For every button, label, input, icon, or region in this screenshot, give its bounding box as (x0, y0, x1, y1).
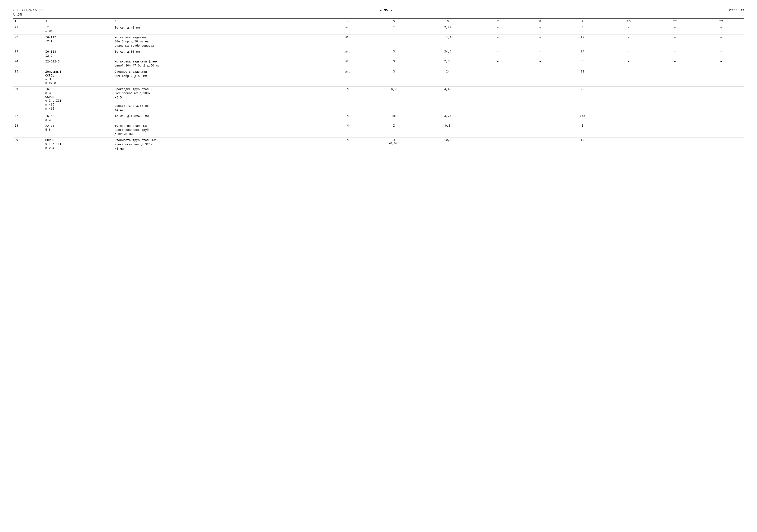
cell-row7-col6: 3,73 (421, 113, 475, 123)
table-row: 23.I6-II8 I2-2То же, д.80 ммшт.324,8––74… (13, 49, 744, 59)
cell-row6-col11: – (652, 86, 698, 113)
cell-row5-col5: 3 (367, 69, 421, 86)
cell-row2-col3: Установка задвижек 30ч 6 бр д.50 мм на с… (113, 35, 328, 49)
cell-row6-col2: I6-58 8-3 ССРСЦ ч.I р.III п.415 п.418 (44, 86, 113, 113)
cell-row5-col4: шт. (328, 69, 367, 86)
cell-row3-col8: – (521, 49, 560, 59)
cell-row3-col5: 3 (367, 49, 421, 59)
cell-row4-col11: – (652, 59, 698, 69)
cell-row4-col7: – (475, 59, 521, 69)
cell-row1-col4: шт. (328, 25, 367, 35)
cell-row4-col2: I2-802-3 (44, 59, 113, 69)
cell-row7-col5: 45 (367, 113, 421, 123)
main-table: I 2 3 4 5 6 7 8 9 IO II I2 21.–"– п.ИЗТо… (13, 18, 744, 152)
cell-row3-col6: 24,8 (421, 49, 475, 59)
cell-row8-col12: – (698, 123, 744, 137)
cell-row8-col6: 0,8 (421, 123, 475, 137)
cell-row6-col12: – (698, 86, 744, 113)
cell-row6-col10: – (606, 86, 652, 113)
cell-row8-col10: – (606, 123, 652, 137)
cell-row4-col5: 3 (367, 59, 421, 69)
header-left: т.п. 291-3-47с.88 Ал.УП (13, 9, 43, 17)
table-row: 29.ССРСЦ ч.I р.III п.204Стоимость труб с… (13, 137, 744, 152)
doc-ref-line1: т.п. 291-3-47с.88 (13, 9, 43, 13)
col-header-1: I (13, 18, 44, 25)
doc-ref-line2: Ал.УП (13, 13, 43, 17)
cell-row6-col7: – (475, 86, 521, 113)
cell-row4-col4: шт. (328, 59, 367, 69)
cell-row8-col11: – (652, 123, 698, 137)
col-header-9: 9 (560, 18, 606, 25)
cell-row5-col8: – (521, 69, 560, 86)
col-header-3: 3 (113, 18, 328, 25)
cell-row9-col8: – (521, 137, 560, 152)
cell-row7-col7: – (475, 113, 521, 123)
cell-row1-col5: I (367, 25, 421, 35)
cell-row9-col7: – (475, 137, 521, 152)
cell-row8-col9: I (560, 123, 606, 137)
col-header-10: IO (606, 18, 652, 25)
cell-row3-col2: I6-II8 I2-2 (44, 49, 113, 59)
cell-row5-col2: Доп.вып.I ССРСЦ ч.Ш п.2250 (44, 69, 113, 86)
cell-row4-col6: 2,08 (421, 59, 475, 69)
cell-row5-col7: – (475, 69, 521, 86)
cell-row8-col8: – (521, 123, 560, 137)
cell-row2-col6: I7,4 (421, 35, 475, 49)
cell-row7-col10: – (606, 113, 652, 123)
cell-row5-col3: Стоимость задвижки 30ч 46бр 2 д.50 мм (113, 69, 328, 86)
table-row: 28.22-7I 5-8Футляр из стальных электросв… (13, 123, 744, 137)
cell-row4-col9: 6 (560, 59, 606, 69)
table-row: 25.Доп.вып.I ССРСЦ ч.Ш п.2250Стоимость з… (13, 69, 744, 86)
cell-row8-col2: 22-7I 5-8 (44, 123, 113, 137)
cell-row9-col11: – (652, 137, 698, 152)
cell-row3-col4: шт. (328, 49, 367, 59)
cell-row1-col7: – (475, 25, 521, 35)
cell-row7-col9: I68 (560, 113, 606, 123)
cell-row8-col4: М (328, 123, 367, 137)
cell-row5-col12: – (698, 69, 744, 86)
col-header-12: I2 (698, 18, 744, 25)
cell-row9-col5: Iх х0,995 (367, 137, 421, 152)
cell-row6-col3: Прокладка труб сталь- ных бесшовных д.10… (113, 86, 328, 113)
cell-row9-col9: I0 (560, 137, 606, 152)
cell-row6-col8: – (521, 86, 560, 113)
cell-row7-col8: – (521, 113, 560, 123)
cell-row1-col8: – (521, 25, 560, 35)
cell-row2-col9: I7 (560, 35, 606, 49)
cell-row2-col4: шт. (328, 35, 367, 49)
col-header-8: 8 (521, 18, 560, 25)
cell-row7-col3: То же, д.I08х4,0 мм (113, 113, 328, 123)
cell-row5-col1: 25. (13, 69, 44, 86)
cell-row9-col1: 29. (13, 137, 44, 152)
col-header-6: 6 (421, 18, 475, 25)
cell-row2-col10: – (606, 35, 652, 49)
cell-row8-col5: I (367, 123, 421, 137)
cell-row7-col12: – (698, 113, 744, 123)
page-header: т.п. 291-3-47с.88 Ал.УП - 95 - 23303-11 (13, 9, 744, 17)
cell-row7-col4: М (328, 113, 367, 123)
column-headers: I 2 3 4 5 6 7 8 9 IO II I2 (13, 18, 744, 25)
cell-row6-col9: 22 (560, 86, 606, 113)
cell-row1-col6: 2,79 (421, 25, 475, 35)
cell-row2-col12: – (698, 35, 744, 49)
table-row: 24.I2-802-3Установка задвижки флан- цево… (13, 59, 744, 69)
page-number: - 95 - (43, 9, 729, 13)
cell-row3-col9: 74 (560, 49, 606, 59)
cell-row3-col1: 23. (13, 49, 44, 59)
cell-row2-col8: – (521, 35, 560, 49)
cell-row8-col7: – (475, 123, 521, 137)
cell-row9-col6: I0,3 (421, 137, 475, 152)
cell-row3-col12: – (698, 49, 744, 59)
cell-row1-col3: То же, д.40 мм (113, 25, 328, 35)
cell-row7-col2: I6-58 8-3 (44, 113, 113, 123)
table-row: 21.–"– п.ИЗТо же, д.40 ммшт.I2,79––3––– (13, 25, 744, 35)
cell-row1-col2: –"– п.ИЗ (44, 25, 113, 35)
cell-row1-col11: – (652, 25, 698, 35)
table-row: 22.I6-II7 I2-IУстановка задвижек 30ч 6 б… (13, 35, 744, 49)
cell-row1-col9: 3 (560, 25, 606, 35)
cell-row3-col7: – (475, 49, 521, 59)
cell-row6-col5: 5,0 (367, 86, 421, 113)
col-header-11: II (652, 18, 698, 25)
table-row: 27.I6-58 8-3То же, д.I08х4,0 ммМ453,73––… (13, 113, 744, 123)
cell-row4-col3: Установка задвижки флан- цевой 30ч 47 бр… (113, 59, 328, 69)
